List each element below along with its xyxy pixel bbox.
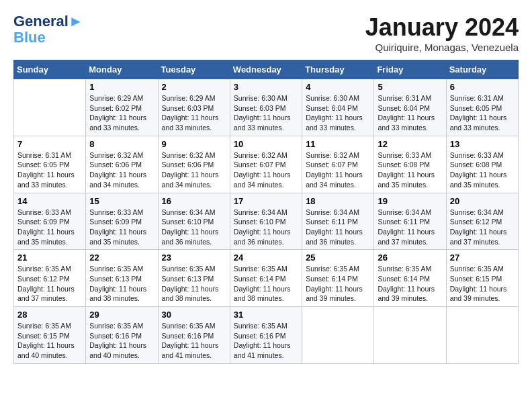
sunset: Sunset: 6:06 PM [162, 161, 214, 169]
calendar-cell: 4 Sunrise: 6:30 AM Sunset: 6:04 PM Dayli… [302, 79, 374, 136]
calendar-header-row: SundayMondayTuesdayWednesdayThursdayFrid… [14, 60, 519, 79]
sunrise: Sunrise: 6:34 AM [234, 208, 287, 216]
sunrise: Sunrise: 6:32 AM [162, 151, 216, 159]
daylight: Daylight: 11 hours and 34 minutes. [89, 171, 146, 189]
sunset: Sunset: 6:14 PM [306, 275, 358, 283]
calendar-cell: 19 Sunrise: 6:34 AM Sunset: 6:11 PM Dayl… [374, 193, 446, 250]
calendar-cell: 31 Sunrise: 6:35 AM Sunset: 6:16 PM Dayl… [230, 307, 302, 364]
calendar-cell: 24 Sunrise: 6:35 AM Sunset: 6:14 PM Dayl… [230, 250, 302, 307]
sunrise: Sunrise: 6:35 AM [17, 322, 71, 330]
calendar-cell: 21 Sunrise: 6:35 AM Sunset: 6:12 PM Dayl… [14, 250, 86, 307]
calendar-cell: 25 Sunrise: 6:35 AM Sunset: 6:14 PM Dayl… [302, 250, 374, 307]
sunrise: Sunrise: 6:34 AM [162, 208, 216, 216]
daylight: Daylight: 11 hours and 39 minutes. [450, 285, 507, 303]
sunrise: Sunrise: 6:32 AM [306, 151, 359, 159]
day-number: 28 [17, 310, 82, 320]
calendar-cell: 6 Sunrise: 6:31 AM Sunset: 6:05 PM Dayli… [446, 79, 518, 136]
daylight: Daylight: 11 hours and 35 minutes. [378, 171, 435, 189]
calendar-table: SundayMondayTuesdayWednesdayThursdayFrid… [13, 60, 519, 364]
day-number: 30 [162, 310, 226, 320]
daylight: Daylight: 11 hours and 40 minutes. [89, 341, 146, 359]
day-number: 10 [234, 139, 298, 149]
sunrise: Sunrise: 6:30 AM [234, 94, 287, 102]
day-number: 6 [450, 82, 515, 92]
daylight: Daylight: 11 hours and 37 minutes. [378, 228, 435, 246]
day-number: 11 [306, 139, 370, 149]
sunrise: Sunrise: 6:35 AM [234, 322, 287, 330]
sunset: Sunset: 6:07 PM [234, 161, 286, 169]
calendar-cell: 13 Sunrise: 6:33 AM Sunset: 6:08 PM Dayl… [446, 136, 518, 193]
subtitle: Quiriquire, Monagas, Venezuela [365, 42, 519, 53]
daylight: Daylight: 11 hours and 39 minutes. [306, 285, 363, 303]
sunrise: Sunrise: 6:35 AM [89, 265, 143, 273]
sunset: Sunset: 6:08 PM [378, 161, 430, 169]
sunrise: Sunrise: 6:35 AM [306, 265, 359, 273]
sunrise: Sunrise: 6:34 AM [450, 208, 504, 216]
week-row-5: 28 Sunrise: 6:35 AM Sunset: 6:15 PM Dayl… [14, 307, 519, 364]
calendar-cell: 17 Sunrise: 6:34 AM Sunset: 6:10 PM Dayl… [230, 193, 302, 250]
day-number: 29 [89, 310, 154, 320]
page-header: General►Blue January 2024 Quiriquire, Mo… [13, 13, 519, 53]
sunset: Sunset: 6:03 PM [162, 104, 214, 112]
sunset: Sunset: 6:09 PM [17, 218, 70, 226]
sunset: Sunset: 6:16 PM [234, 332, 286, 340]
sunrise: Sunrise: 6:29 AM [162, 94, 216, 102]
sunset: Sunset: 6:15 PM [17, 332, 70, 340]
calendar-cell: 18 Sunrise: 6:34 AM Sunset: 6:11 PM Dayl… [302, 193, 374, 250]
sunset: Sunset: 6:12 PM [450, 218, 502, 226]
sunrise: Sunrise: 6:31 AM [450, 94, 504, 102]
sunset: Sunset: 6:11 PM [306, 218, 358, 226]
day-number: 21 [17, 253, 82, 263]
calendar-cell: 26 Sunrise: 6:35 AM Sunset: 6:14 PM Dayl… [374, 250, 446, 307]
calendar-cell: 22 Sunrise: 6:35 AM Sunset: 6:13 PM Dayl… [86, 250, 158, 307]
sunrise: Sunrise: 6:32 AM [89, 151, 143, 159]
col-header-wednesday: Wednesday [230, 60, 302, 79]
day-number: 8 [89, 139, 154, 149]
calendar-cell: 5 Sunrise: 6:31 AM Sunset: 6:04 PM Dayli… [374, 79, 446, 136]
daylight: Daylight: 11 hours and 37 minutes. [450, 228, 507, 246]
sunset: Sunset: 6:08 PM [450, 161, 502, 169]
day-number: 16 [162, 196, 226, 206]
sunset: Sunset: 6:06 PM [89, 161, 142, 169]
day-number: 5 [378, 82, 442, 92]
week-row-2: 7 Sunrise: 6:31 AM Sunset: 6:05 PM Dayli… [14, 136, 519, 193]
calendar-cell: 29 Sunrise: 6:35 AM Sunset: 6:16 PM Dayl… [86, 307, 158, 364]
daylight: Daylight: 11 hours and 36 minutes. [306, 228, 363, 246]
calendar-cell: 16 Sunrise: 6:34 AM Sunset: 6:10 PM Dayl… [158, 193, 230, 250]
day-number: 31 [234, 310, 298, 320]
logo-text: General►Blue [13, 13, 83, 46]
daylight: Daylight: 11 hours and 35 minutes. [89, 228, 146, 246]
day-number: 24 [234, 253, 298, 263]
sunset: Sunset: 6:04 PM [306, 104, 358, 112]
sunset: Sunset: 6:05 PM [17, 161, 70, 169]
calendar-cell [14, 79, 86, 136]
col-header-monday: Monday [86, 60, 158, 79]
daylight: Daylight: 11 hours and 38 minutes. [234, 285, 291, 303]
calendar-cell: 27 Sunrise: 6:35 AM Sunset: 6:15 PM Dayl… [446, 250, 518, 307]
sunset: Sunset: 6:04 PM [378, 104, 430, 112]
day-number: 17 [234, 196, 298, 206]
daylight: Daylight: 11 hours and 40 minutes. [17, 341, 75, 359]
title-block: January 2024 Quiriquire, Monagas, Venezu… [365, 13, 519, 53]
calendar-cell: 2 Sunrise: 6:29 AM Sunset: 6:03 PM Dayli… [158, 79, 230, 136]
sunrise: Sunrise: 6:33 AM [450, 151, 504, 159]
sunrise: Sunrise: 6:34 AM [378, 208, 431, 216]
sunrise: Sunrise: 6:30 AM [306, 94, 359, 102]
daylight: Daylight: 11 hours and 41 minutes. [234, 341, 291, 359]
sunset: Sunset: 6:07 PM [306, 161, 358, 169]
daylight: Daylight: 11 hours and 36 minutes. [234, 228, 291, 246]
sunset: Sunset: 6:10 PM [162, 218, 214, 226]
daylight: Daylight: 11 hours and 35 minutes. [450, 171, 507, 189]
calendar-cell [302, 307, 374, 364]
col-header-friday: Friday [374, 60, 446, 79]
calendar-cell: 23 Sunrise: 6:35 AM Sunset: 6:13 PM Dayl… [158, 250, 230, 307]
sunrise: Sunrise: 6:35 AM [17, 265, 71, 273]
calendar-cell [374, 307, 446, 364]
day-number: 22 [89, 253, 154, 263]
sunset: Sunset: 6:14 PM [234, 275, 286, 283]
daylight: Daylight: 11 hours and 33 minutes. [450, 113, 507, 132]
daylight: Daylight: 11 hours and 34 minutes. [234, 171, 291, 189]
day-number: 23 [162, 253, 226, 263]
calendar-cell: 3 Sunrise: 6:30 AM Sunset: 6:03 PM Dayli… [230, 79, 302, 136]
day-number: 13 [450, 139, 515, 149]
